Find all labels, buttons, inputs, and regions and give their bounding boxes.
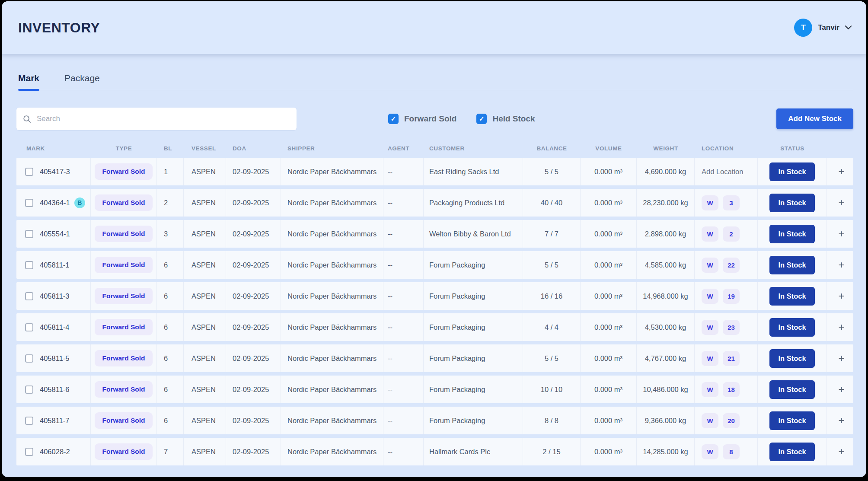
status-cell: In Stock <box>758 407 827 434</box>
plus-icon[interactable]: + <box>838 291 844 301</box>
search-input[interactable] <box>36 114 290 124</box>
type-cell: Forward Sold <box>91 438 157 465</box>
balance-cell: 5 / 5 <box>523 344 581 372</box>
customer-cell: Forum Packaging <box>424 251 523 279</box>
tab-mark[interactable]: Mark <box>18 73 39 90</box>
column-header-type: TYPE <box>91 139 157 158</box>
location-chip[interactable]: 23 <box>723 320 740 335</box>
bl-cell: 6 <box>157 376 184 403</box>
status-badge[interactable]: In Stock <box>769 194 815 212</box>
status-badge[interactable]: In Stock <box>769 411 815 430</box>
location-chip[interactable]: 22 <box>723 258 740 273</box>
row-checkbox[interactable] <box>25 323 33 331</box>
inventory-app: INVENTORY T Tanvir Mark Package <box>2 1 866 477</box>
add-location-link[interactable]: Add Location <box>702 168 743 176</box>
status-badge[interactable]: In Stock <box>769 380 815 399</box>
balance-cell: 5 / 5 <box>523 251 581 279</box>
weight-cell: 4,585.000 kg <box>637 251 695 279</box>
location-chip[interactable]: 2 <box>723 226 740 242</box>
location-chip[interactable]: 20 <box>723 413 740 428</box>
row-checkbox[interactable] <box>25 292 33 300</box>
avatar[interactable]: T <box>794 19 812 37</box>
balance-cell: 8 / 8 <box>523 407 581 434</box>
checkbox-checked-icon[interactable]: ✓ <box>388 114 399 124</box>
agent-cell: -- <box>383 220 424 248</box>
checkbox-checked-icon[interactable]: ✓ <box>476 114 487 124</box>
type-cell: Forward Sold <box>91 189 157 217</box>
plus-icon[interactable]: + <box>838 229 844 239</box>
location-chip[interactable]: W <box>702 413 718 428</box>
agent-cell: -- <box>383 407 424 434</box>
plus-icon[interactable]: + <box>838 446 844 457</box>
status-cell: In Stock <box>758 189 827 217</box>
column-header-status: STATUS <box>758 139 827 158</box>
mark-label: 405811-3 <box>40 292 70 300</box>
table-row: 405811-7 Forward Sold 6 ASPEN 02-09-2025… <box>16 407 853 434</box>
table-row: 405811-3 Forward Sold 6 ASPEN 02-09-2025… <box>16 282 853 310</box>
type-badge: Forward Sold <box>95 226 152 242</box>
mark-label: 405554-1 <box>40 230 70 238</box>
location-chip[interactable]: W <box>702 289 718 304</box>
plus-icon[interactable]: + <box>838 322 844 332</box>
column-header-bl: BL <box>157 139 184 158</box>
row-checkbox[interactable] <box>25 230 33 238</box>
plus-icon[interactable]: + <box>838 353 844 363</box>
column-header-vessel: VESSEL <box>184 139 226 158</box>
toolbar: ✓ Forward Sold ✓ Held Stock Add New Stoc… <box>16 108 853 130</box>
column-header-agent: AGENT <box>383 139 424 158</box>
location-chip[interactable]: W <box>702 195 718 210</box>
row-checkbox[interactable] <box>25 417 33 425</box>
location-chip[interactable]: W <box>702 320 718 335</box>
volume-cell: 0.000 m³ <box>581 158 637 185</box>
user-menu[interactable]: T Tanvir <box>794 19 852 37</box>
customer-cell: Forum Packaging <box>424 407 523 434</box>
status-badge[interactable]: In Stock <box>769 443 815 461</box>
volume-cell: 0.000 m³ <box>581 282 637 310</box>
row-checkbox[interactable] <box>25 168 33 176</box>
plus-icon[interactable]: + <box>838 197 844 208</box>
chevron-down-icon[interactable] <box>845 25 852 30</box>
plus-icon[interactable]: + <box>838 260 844 270</box>
location-chip[interactable]: 3 <box>723 195 740 210</box>
location-chip[interactable]: W <box>702 226 718 242</box>
location-chip[interactable]: W <box>702 444 718 459</box>
status-cell: In Stock <box>758 438 827 465</box>
location-chip[interactable]: W <box>702 351 718 366</box>
location-chip[interactable]: W <box>702 258 718 273</box>
status-badge[interactable]: In Stock <box>769 162 815 181</box>
actions-cell: + <box>827 189 856 217</box>
row-checkbox[interactable] <box>25 385 33 394</box>
plus-icon[interactable]: + <box>838 415 844 426</box>
customer-cell: Forum Packaging <box>424 282 523 310</box>
search-box[interactable] <box>16 108 297 130</box>
plus-icon[interactable]: + <box>838 384 844 395</box>
location-chip[interactable]: 18 <box>723 382 740 397</box>
location-chip[interactable]: 19 <box>723 289 740 304</box>
location-chip[interactable]: 21 <box>723 351 740 366</box>
location-chip[interactable]: 8 <box>723 444 740 459</box>
status-badge[interactable]: In Stock <box>769 318 815 337</box>
row-checkbox[interactable] <box>25 354 33 363</box>
row-checkbox[interactable] <box>25 199 33 207</box>
mark-cell: 405811-4 <box>16 313 91 341</box>
filter-forward-sold[interactable]: ✓ Forward Sold <box>388 114 456 124</box>
volume-cell: 0.000 m³ <box>581 344 637 372</box>
customer-cell: Packaging Products Ltd <box>424 189 523 217</box>
mark-label: 405811-1 <box>40 261 70 269</box>
tab-package[interactable]: Package <box>64 73 100 90</box>
location-chip[interactable]: W <box>702 382 718 397</box>
status-badge[interactable]: In Stock <box>769 349 815 368</box>
add-new-stock-button[interactable]: Add New Stock <box>776 108 853 129</box>
status-badge[interactable]: In Stock <box>769 225 815 243</box>
type-badge: Forward Sold <box>95 257 152 273</box>
status-badge[interactable]: In Stock <box>769 287 815 306</box>
type-badge: Forward Sold <box>95 194 152 211</box>
mark-cell: 404364-1 B <box>16 189 91 217</box>
mark-cell: 405811-1 <box>16 251 91 279</box>
filter-held-stock[interactable]: ✓ Held Stock <box>476 114 535 124</box>
row-checkbox[interactable] <box>25 261 33 269</box>
table-row: 405811-6 Forward Sold 6 ASPEN 02-09-2025… <box>16 376 853 403</box>
row-checkbox[interactable] <box>25 448 33 456</box>
status-badge[interactable]: In Stock <box>769 256 815 274</box>
plus-icon[interactable]: + <box>838 166 844 177</box>
